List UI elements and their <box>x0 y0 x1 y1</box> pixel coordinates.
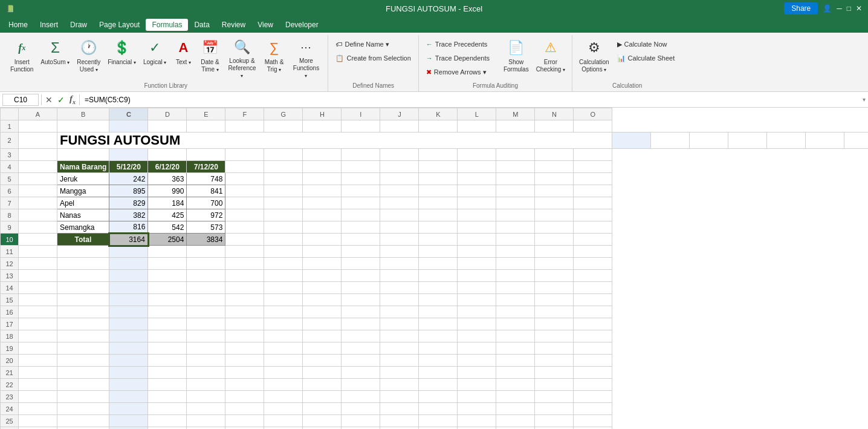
cell-M9[interactable] <box>496 221 535 234</box>
cell-F8[interactable] <box>225 209 264 221</box>
menu-item-review[interactable]: Review <box>216 19 251 31</box>
cell-A23[interactable] <box>19 391 57 403</box>
col-header-c[interactable]: C <box>109 108 148 120</box>
cell-B3[interactable] <box>57 149 109 161</box>
cell-E15[interactable] <box>187 294 225 306</box>
cell-N19[interactable] <box>535 342 574 355</box>
cell-B1[interactable] <box>57 120 109 133</box>
cell-D1[interactable] <box>148 120 187 133</box>
cell-N4[interactable] <box>535 161 574 173</box>
cell-J9[interactable] <box>380 221 419 234</box>
cell-K3[interactable] <box>419 149 458 161</box>
math-trig-button[interactable]: ∑ Math &Trig ▾ <box>261 36 287 81</box>
cell-H8[interactable] <box>303 209 342 221</box>
cell-F7[interactable] <box>225 197 264 209</box>
cell-L6[interactable] <box>458 185 496 197</box>
cell-F17[interactable] <box>225 318 264 330</box>
cell-C26[interactable] <box>109 427 148 430</box>
calculate-sheet-button[interactable]: 📊 Calculate Sheet <box>614 51 679 65</box>
cell-H22[interactable] <box>303 379 342 391</box>
cell-O17[interactable] <box>574 318 612 330</box>
col-header-o[interactable]: O <box>574 108 612 120</box>
cell-N13[interactable] <box>535 270 574 282</box>
cell-A17[interactable] <box>19 318 57 330</box>
formula-input[interactable]: =SUM(C5:C9) <box>82 96 860 104</box>
cell-I26[interactable] <box>342 427 380 430</box>
cell-G24[interactable] <box>264 403 303 415</box>
cell-I13[interactable] <box>342 270 380 282</box>
cell-B15[interactable] <box>57 294 109 306</box>
cell-B14[interactable] <box>57 282 109 294</box>
cell-C5[interactable]: 242 <box>109 173 148 185</box>
col-header-j[interactable]: J <box>380 108 419 120</box>
cell-K22[interactable] <box>419 379 458 391</box>
menu-item-home[interactable]: Home <box>2 19 34 31</box>
cell-I11[interactable] <box>342 246 380 258</box>
cell-E14[interactable] <box>187 282 225 294</box>
cell-I12[interactable] <box>342 258 380 270</box>
cell-A19[interactable] <box>19 342 57 355</box>
cell-O10[interactable] <box>574 234 612 246</box>
cell-N20[interactable] <box>535 355 574 367</box>
cell-O5[interactable] <box>574 173 612 185</box>
cell-A21[interactable] <box>19 367 57 379</box>
cell-E22[interactable] <box>187 379 225 391</box>
cell-D2[interactable] <box>651 133 690 149</box>
cell-E20[interactable] <box>187 355 225 367</box>
col-header-i[interactable]: I <box>342 108 380 120</box>
cell-O24[interactable] <box>574 403 612 415</box>
cell-E24[interactable] <box>187 403 225 415</box>
cell-H20[interactable] <box>303 355 342 367</box>
cell-F6[interactable] <box>225 185 264 197</box>
cell-D17[interactable] <box>148 318 187 330</box>
cell-J13[interactable] <box>380 270 419 282</box>
col-header-g[interactable]: G <box>264 108 303 120</box>
cell-L21[interactable] <box>458 367 496 379</box>
cell-M14[interactable] <box>496 282 535 294</box>
cell-H9[interactable] <box>303 221 342 234</box>
calculation-options-button[interactable]: ⚙ CalculationOptions ▾ <box>576 36 612 81</box>
remove-arrows-button[interactable]: ✖ Remove Arrows ▾ <box>423 65 493 79</box>
cell-C15[interactable] <box>109 294 148 306</box>
cell-I21[interactable] <box>342 367 380 379</box>
cell-H14[interactable] <box>303 282 342 294</box>
cell-O20[interactable] <box>574 355 612 367</box>
cell-M22[interactable] <box>496 379 535 391</box>
cell-F13[interactable] <box>225 270 264 282</box>
cell-G21[interactable] <box>264 367 303 379</box>
cell-A10[interactable] <box>19 234 57 246</box>
cell-C19[interactable] <box>109 342 148 355</box>
cell-E11[interactable] <box>187 246 225 258</box>
cell-H23[interactable] <box>303 391 342 403</box>
cell-N23[interactable] <box>535 391 574 403</box>
cell-A5[interactable] <box>19 173 57 185</box>
cell-D25[interactable] <box>148 415 187 427</box>
col-header-k[interactable]: K <box>419 108 458 120</box>
cell-C22[interactable] <box>109 379 148 391</box>
cell-D13[interactable] <box>148 270 187 282</box>
minimize-icon[interactable]: ─ <box>837 4 842 13</box>
col-header-h[interactable]: H <box>303 108 342 120</box>
cell-H10[interactable] <box>303 234 342 246</box>
recently-used-button[interactable]: 🕐 RecentlyUsed ▾ <box>74 36 103 81</box>
cell-F24[interactable] <box>225 403 264 415</box>
cell-D24[interactable] <box>148 403 187 415</box>
cell-B10[interactable]: Total <box>57 234 109 246</box>
cell-M12[interactable] <box>496 258 535 270</box>
cell-I8[interactable] <box>342 209 380 221</box>
cell-C6[interactable]: 895 <box>109 185 148 197</box>
col-header-n[interactable]: N <box>535 108 574 120</box>
cell-A11[interactable] <box>19 246 57 258</box>
cell-J10[interactable] <box>380 234 419 246</box>
cell-H12[interactable] <box>303 258 342 270</box>
cell-B21[interactable] <box>57 367 109 379</box>
cell-C12[interactable] <box>109 258 148 270</box>
cell-C8[interactable]: 382 <box>109 209 148 221</box>
cell-H24[interactable] <box>303 403 342 415</box>
cell-C7[interactable]: 829 <box>109 197 148 209</box>
cell-B9[interactable]: Semangka <box>57 221 109 234</box>
cell-G7[interactable] <box>264 197 303 209</box>
cell-N24[interactable] <box>535 403 574 415</box>
cell-K24[interactable] <box>419 403 458 415</box>
cell-B22[interactable] <box>57 379 109 391</box>
